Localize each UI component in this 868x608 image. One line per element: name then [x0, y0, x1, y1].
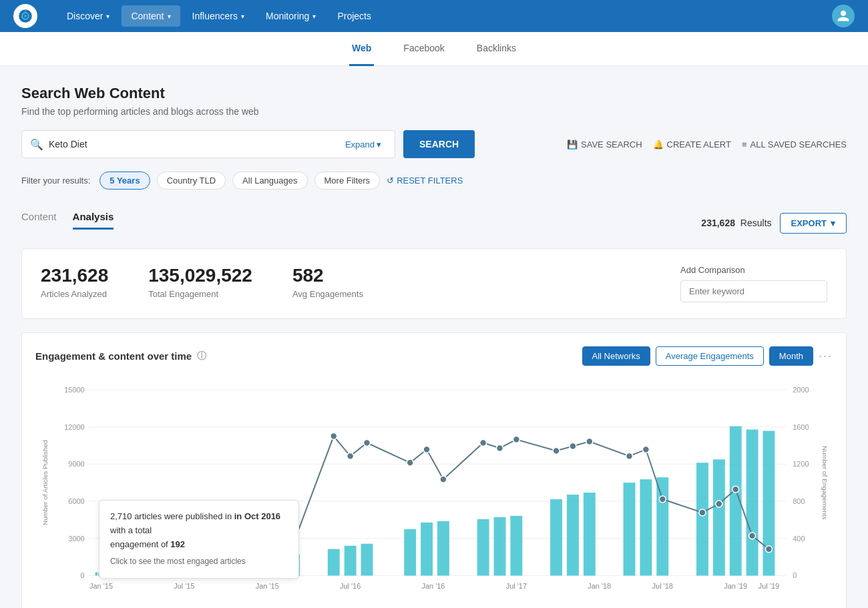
svg-text:Jul '19: Jul '19	[758, 582, 779, 590]
filter-row: Filter your results: 5 Years Country TLD…	[21, 172, 847, 190]
svg-rect-34	[345, 546, 357, 576]
results-count: 231,628 Results	[701, 218, 771, 228]
tooltip-engagement: engagement of 192	[110, 538, 288, 552]
add-comparison: Add Comparison	[680, 265, 827, 302]
save-search-link[interactable]: 💾 SAVE SEARCH	[567, 139, 642, 149]
svg-text:6000: 6000	[68, 497, 84, 505]
svg-rect-39	[477, 519, 489, 576]
svg-rect-49	[713, 459, 725, 575]
svg-rect-52	[763, 431, 775, 576]
filter-5years[interactable]: 5 Years	[99, 172, 150, 190]
tab-web[interactable]: Web	[349, 32, 374, 66]
all-networks-button[interactable]: All Networks	[582, 346, 650, 366]
page-title: Search Web Content	[21, 85, 847, 102]
chart-card: Engagement & content over time ⓘ All Net…	[21, 332, 847, 608]
results-header: Content Analysis 231,628 Results EXPORT …	[21, 206, 847, 240]
month-button[interactable]: Month	[769, 346, 813, 366]
nav-influencers[interactable]: Influencers ▾	[183, 5, 254, 27]
reset-icon: ↺	[387, 176, 394, 186]
svg-point-68	[480, 440, 487, 446]
svg-point-63	[347, 452, 354, 459]
svg-rect-43	[567, 495, 579, 575]
tab-analysis[interactable]: Analysis	[73, 206, 114, 230]
stat-avg-value: 582	[292, 265, 363, 286]
chart-header: Engagement & content over time ⓘ All Net…	[35, 346, 833, 366]
top-navigation: Discover ▾ Content ▾ Influencers ▾ Monit…	[0, 0, 868, 32]
svg-text:Jan '15: Jan '15	[256, 582, 279, 590]
logo[interactable]	[13, 4, 37, 28]
export-button[interactable]: EXPORT ▾	[780, 213, 847, 234]
chevron-down-icon: ▾	[106, 13, 110, 20]
search-row: 🔍 Expand ▾ SEARCH 💾 SAVE SEARCH 🔔 CREATE…	[21, 130, 847, 158]
svg-rect-35	[361, 544, 373, 576]
stats-card: 231,628 Articles Analyzed 135,029,522 To…	[21, 248, 847, 319]
search-button[interactable]: SEARCH	[403, 130, 475, 158]
chevron-down-icon: ▾	[831, 218, 835, 228]
page-tabs: Web Facebook Backlinks	[0, 32, 868, 66]
main-content: Search Web Content Find the top performi…	[0, 66, 868, 608]
stat-engagement: 135,029,522 Total Engagement	[148, 265, 252, 299]
search-actions: 💾 SAVE SEARCH 🔔 CREATE ALERT ≡ ALL SAVED…	[567, 139, 847, 149]
avg-engagements-button[interactable]: Average Engagements	[656, 346, 764, 366]
svg-point-64	[364, 440, 371, 446]
chevron-down-icon: ▾	[241, 13, 244, 20]
svg-text:1600: 1600	[793, 423, 809, 431]
nav-content[interactable]: Content ▾	[122, 5, 180, 27]
stat-articles-label: Articles Analyzed	[41, 289, 108, 299]
svg-point-78	[716, 501, 722, 507]
svg-point-80	[749, 533, 756, 539]
svg-rect-44	[584, 493, 596, 575]
stat-avg-label: Avg Engagements	[292, 289, 363, 299]
comparison-input[interactable]	[680, 280, 827, 302]
user-avatar[interactable]	[832, 5, 855, 27]
svg-text:Number of Articles Published: Number of Articles Published	[41, 440, 49, 525]
search-box: 🔍 Expand ▾	[21, 130, 395, 158]
nav-monitoring[interactable]: Monitoring ▾	[256, 5, 325, 27]
chart-controls: All Networks Average Engagements Month ·…	[582, 346, 833, 366]
tooltip-cta[interactable]: Click to see the most engaged articles	[110, 555, 288, 568]
svg-point-70	[513, 436, 519, 443]
tab-facebook[interactable]: Facebook	[401, 32, 447, 66]
tab-content[interactable]: Content	[21, 206, 57, 230]
svg-rect-47	[656, 477, 668, 575]
bell-icon: 🔔	[653, 139, 664, 149]
list-icon: ≡	[742, 139, 747, 149]
all-saved-searches-link[interactable]: ≡ ALL SAVED SEARCHES	[742, 139, 847, 149]
svg-point-69	[497, 444, 503, 451]
nav-projects[interactable]: Projects	[328, 5, 381, 27]
chevron-down-icon: ▾	[168, 13, 171, 20]
svg-point-72	[570, 442, 576, 449]
search-icon: 🔍	[30, 138, 43, 151]
svg-rect-48	[696, 463, 708, 575]
svg-point-76	[659, 496, 666, 503]
svg-text:Jul '17: Jul '17	[506, 582, 527, 590]
svg-point-74	[626, 452, 633, 459]
create-alert-link[interactable]: 🔔 CREATE ALERT	[653, 139, 731, 149]
filter-more[interactable]: More Filters	[314, 172, 381, 190]
expand-button[interactable]: Expand ▾	[340, 139, 387, 149]
reset-filters-button[interactable]: ↺ RESET FILTERS	[387, 176, 463, 186]
chart-area: 15000 12000 9000 6000 3000 0 2000 1600 1…	[35, 376, 833, 608]
filter-country-tld[interactable]: Country TLD	[157, 172, 226, 190]
nav-items: Discover ▾ Content ▾ Influencers ▾ Monit…	[57, 5, 832, 27]
svg-rect-40	[494, 517, 506, 576]
svg-rect-38	[437, 521, 449, 576]
info-icon[interactable]: ⓘ	[197, 350, 206, 362]
svg-text:12000: 12000	[64, 423, 84, 431]
svg-text:Jul '18: Jul '18	[652, 582, 673, 590]
svg-point-67	[440, 476, 447, 483]
svg-text:Jul '16: Jul '16	[340, 582, 361, 590]
filter-all-languages[interactable]: All Languages	[232, 172, 307, 190]
stat-engagement-label: Total Engagement	[148, 289, 252, 299]
svg-point-79	[732, 486, 739, 493]
nav-discover[interactable]: Discover ▾	[57, 5, 119, 27]
svg-rect-46	[640, 479, 652, 575]
svg-rect-42	[550, 499, 562, 575]
svg-point-2	[24, 15, 27, 17]
tab-backlinks[interactable]: Backlinks	[474, 32, 519, 66]
more-options-icon[interactable]: ···	[819, 349, 833, 363]
svg-text:Number of Engagements: Number of Engagements	[821, 446, 829, 520]
stat-avg: 582 Avg Engagements	[292, 265, 363, 299]
svg-rect-33	[328, 549, 340, 576]
search-input[interactable]	[49, 139, 340, 149]
